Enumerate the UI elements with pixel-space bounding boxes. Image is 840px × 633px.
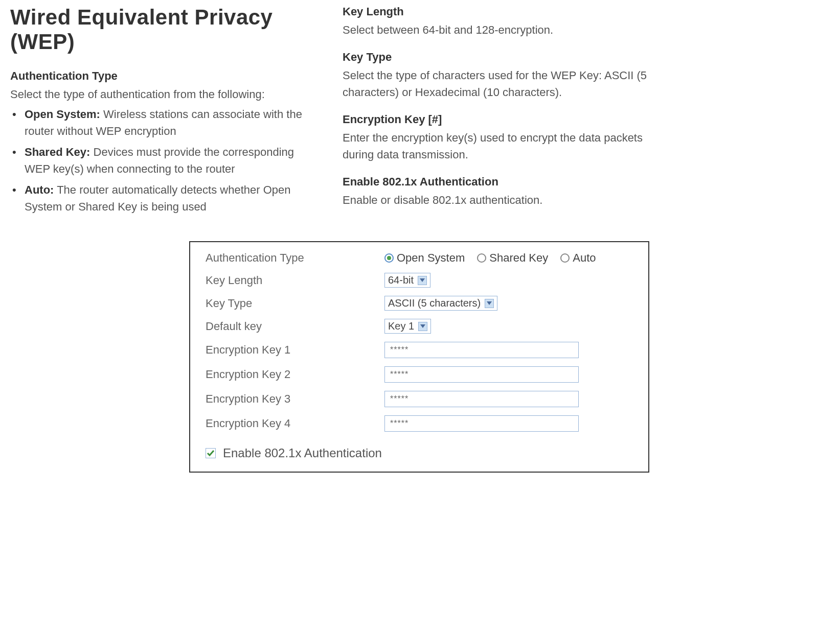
list-item: Open System: Wireless stations can assoc…	[10, 106, 317, 139]
radio-icon	[384, 253, 394, 263]
auth-type-heading: Authentication Type	[10, 69, 317, 83]
select-value: Key 1	[388, 320, 414, 332]
select-value: 64-bit	[388, 274, 414, 286]
radio-label: Open System	[397, 251, 465, 265]
radio-shared-key[interactable]: Shared Key	[477, 251, 548, 265]
page-title: Wired Equivalent Privacy (WEP)	[10, 5, 317, 54]
key-type-heading: Key Type	[343, 51, 660, 64]
enc-key-2-input[interactable]	[384, 366, 579, 383]
enc-key-1-input[interactable]	[384, 342, 579, 358]
radio-icon	[560, 253, 570, 263]
radio-icon	[477, 253, 486, 263]
radio-auto[interactable]: Auto	[560, 251, 596, 265]
enc-key-desc: Enter the encryption key(s) used to encr…	[343, 129, 660, 163]
enc-key-3-label: Encryption Key 3	[206, 392, 384, 406]
enc-key-4-input[interactable]	[384, 415, 579, 432]
key-length-select[interactable]: 64-bit	[384, 273, 430, 288]
auth-type-desc: Select the type of authentication from t…	[10, 86, 317, 103]
key-type-desc: Select the type of characters used for t…	[343, 67, 660, 101]
select-value: ASCII (5 characters)	[388, 297, 481, 309]
enc-key-1-label: Encryption Key 1	[206, 343, 384, 357]
list-item-rest: The router automatically detects whether…	[25, 183, 291, 213]
enc-key-4-label: Encryption Key 4	[206, 417, 384, 430]
enable-8021x-heading: Enable 802.1x Authentication	[343, 175, 660, 189]
list-item-bold: Shared Key:	[25, 146, 90, 158]
list-item-bold: Open System:	[25, 108, 100, 121]
auth-type-form-label: Authentication Type	[206, 251, 384, 265]
enable-8021x-checkbox[interactable]	[206, 448, 216, 458]
enc-key-heading: Encryption Key [#]	[343, 113, 660, 126]
enc-key-2-label: Encryption Key 2	[206, 368, 384, 381]
wep-form-panel: Authentication Type Open System Shared K…	[189, 241, 649, 473]
key-type-form-label: Key Type	[206, 297, 384, 310]
enable-8021x-desc: Enable or disable 802.1x authentication.	[343, 192, 660, 208]
chevron-down-icon	[418, 276, 427, 285]
auth-type-list: Open System: Wireless stations can assoc…	[10, 106, 317, 215]
key-length-desc: Select between 64-bit and 128-encryption…	[343, 21, 660, 38]
default-key-select[interactable]: Key 1	[384, 319, 431, 334]
key-length-heading: Key Length	[343, 5, 660, 18]
default-key-form-label: Default key	[206, 320, 384, 333]
check-icon	[207, 449, 215, 457]
radio-label: Shared Key	[489, 251, 548, 265]
list-item-bold: Auto:	[25, 183, 54, 196]
enable-8021x-checkbox-label: Enable 802.1x Authentication	[223, 446, 382, 460]
radio-open-system[interactable]: Open System	[384, 251, 465, 265]
key-type-select[interactable]: ASCII (5 characters)	[384, 296, 497, 311]
radio-label: Auto	[573, 251, 596, 265]
key-length-form-label: Key Length	[206, 274, 384, 287]
list-item: Auto: The router automatically detects w…	[10, 181, 317, 215]
enc-key-3-input[interactable]	[384, 391, 579, 407]
chevron-down-icon	[418, 322, 427, 331]
chevron-down-icon	[485, 299, 494, 308]
list-item: Shared Key: Devices must provide the cor…	[10, 144, 317, 177]
